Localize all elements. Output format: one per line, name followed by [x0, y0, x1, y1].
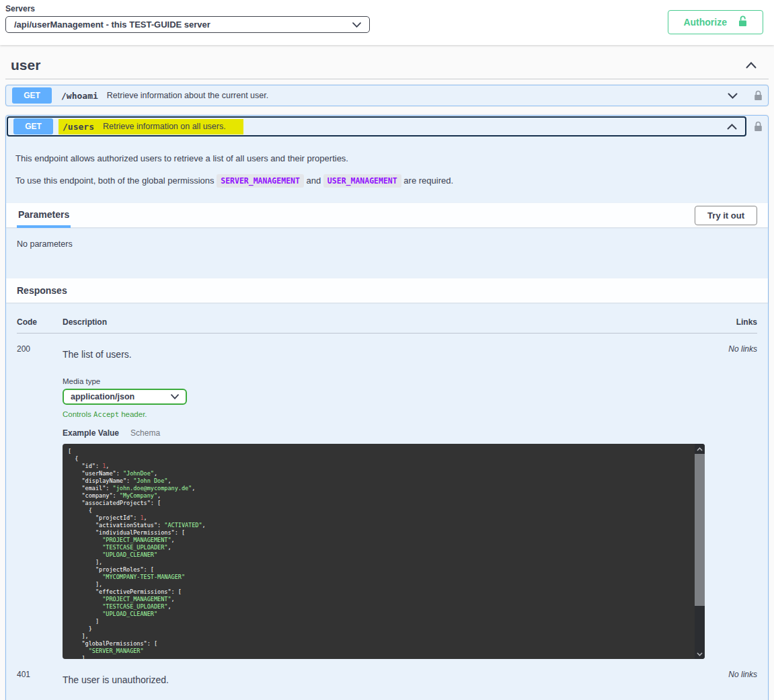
tag-title: user: [11, 57, 40, 73]
summary-row: GET /users Retrieve information on all u…: [6, 116, 768, 137]
response-links: No links: [705, 334, 757, 659]
permission-code-user-management: USER_MANAGEMENT: [323, 174, 401, 188]
parameters-header: Parameters Try it out: [6, 203, 768, 227]
authorize-button[interactable]: Authorize: [668, 10, 763, 34]
tab-parameters[interactable]: Parameters: [17, 203, 71, 228]
servers-selected-value: /api/userManagement - this TEST-GUIDE se…: [14, 20, 210, 30]
servers-select[interactable]: /api/userManagement - this TEST-GUIDE se…: [5, 16, 370, 33]
scheme-container: Servers /api/userManagement - this TEST-…: [0, 0, 774, 45]
method-badge-get: GET: [13, 118, 53, 134]
permissions-note: To use this endpoint, both of the global…: [15, 174, 757, 188]
example-code-block[interactable]: [ { "id": 1, "userName": "JohnDoe", "dis…: [63, 444, 705, 659]
responses-table: Code Description Links 200 The list of u…: [6, 303, 768, 699]
authorize-label: Authorize: [683, 17, 727, 28]
swagger-ui-page: Servers /api/userManagement - this TEST-…: [0, 0, 774, 700]
servers-label: Servers: [5, 4, 370, 13]
media-type-select[interactable]: application/json: [63, 389, 187, 405]
summary-row: GET /whoami Retrieve information about t…: [6, 85, 768, 106]
scroll-down-arrow-icon[interactable]: [695, 649, 705, 659]
controls-accept-note: Controls Accept header.: [63, 410, 705, 418]
code-scrollbar[interactable]: [695, 444, 705, 659]
controls-prefix: Controls: [63, 410, 91, 418]
try-it-out-button[interactable]: Try it out: [695, 206, 757, 225]
tag-header-user[interactable]: user: [5, 45, 769, 79]
response-code: 401: [17, 659, 63, 685]
permissions-note-suffix: are required.: [403, 176, 453, 186]
opblock-get-users: GET /users Retrieve information on all u…: [5, 115, 769, 700]
permissions-note-and: and: [307, 176, 321, 186]
col-header-links: Links: [705, 317, 757, 334]
search-highlight: /users Retrieve information on all users…: [59, 119, 243, 134]
tab-example-value[interactable]: Example Value: [63, 428, 119, 438]
response-description-cell: The user is unauthorized.: [63, 659, 705, 685]
responses-title: Responses: [17, 278, 67, 303]
permissions-note-prefix: To use this endpoint, both of the global…: [15, 176, 215, 186]
response-row-200: 200 The list of users. Media type applic…: [17, 334, 757, 659]
response-links: No links: [705, 659, 757, 685]
scrollbar-thumb[interactable]: [695, 454, 705, 606]
lock-icon[interactable]: [747, 121, 768, 132]
permission-code-server-management: SERVER_MANAGEMENT: [217, 174, 304, 188]
endpoint-summary-users[interactable]: GET /users Retrieve information on all u…: [7, 116, 746, 137]
chevron-up-icon[interactable]: [746, 59, 757, 71]
endpoint-summary-whoami[interactable]: GET /whoami Retrieve information about t…: [6, 85, 747, 106]
endpoint-path: /whoami: [61, 91, 98, 101]
method-badge-get: GET: [12, 87, 52, 104]
col-header-code: Code: [17, 317, 63, 334]
chevron-down-icon: [171, 392, 179, 401]
endpoint-description-block: This endpoint allows authorized users to…: [6, 137, 768, 203]
endpoint-path: /users: [63, 122, 94, 132]
response-code: 200: [17, 334, 63, 659]
example-code: [ { "id": 1, "userName": "JohnDoe", "dis…: [63, 444, 705, 659]
response-description-cell: The list of users. Media type applicatio…: [63, 334, 705, 659]
responses-header: Responses: [6, 278, 768, 303]
endpoint-summary-text: Retrieve information about the current u…: [107, 91, 268, 100]
model-example-tabs: Example Value Schema: [63, 428, 705, 438]
endpoint-long-description: This endpoint allows authorized users to…: [15, 152, 757, 165]
no-parameters-text: No parameters: [6, 227, 768, 278]
controls-suffix: header.: [121, 410, 147, 418]
response-description: The user is unauthorized.: [63, 674, 705, 685]
tab-schema[interactable]: Schema: [130, 428, 160, 438]
controls-code: Accept: [93, 410, 119, 418]
tag-section-user: user GET /whoami Retrieve information ab…: [5, 45, 769, 700]
servers-block: Servers /api/userManagement - this TEST-…: [5, 4, 370, 33]
media-type-label: Media type: [63, 377, 705, 385]
chevron-down-icon[interactable]: [724, 93, 742, 99]
opblock-body: This endpoint allows authorized users to…: [6, 137, 768, 700]
opblock-get-whoami: GET /whoami Retrieve information about t…: [5, 85, 769, 106]
response-description: The list of users.: [63, 349, 705, 360]
unlock-icon: [738, 15, 748, 29]
scroll-up-arrow-icon[interactable]: [695, 444, 705, 454]
response-row-401: 401 The user is unauthorized. No links: [17, 659, 757, 685]
col-header-description: Description: [63, 317, 705, 334]
media-type-selected-value: application/json: [71, 392, 134, 401]
lock-icon[interactable]: [747, 90, 768, 101]
chevron-down-icon: [352, 20, 361, 30]
responses-table-header: Code Description Links: [17, 317, 757, 334]
endpoint-summary-text: Retrieve information on all users.: [103, 122, 226, 131]
chevron-up-icon[interactable]: [723, 124, 741, 130]
